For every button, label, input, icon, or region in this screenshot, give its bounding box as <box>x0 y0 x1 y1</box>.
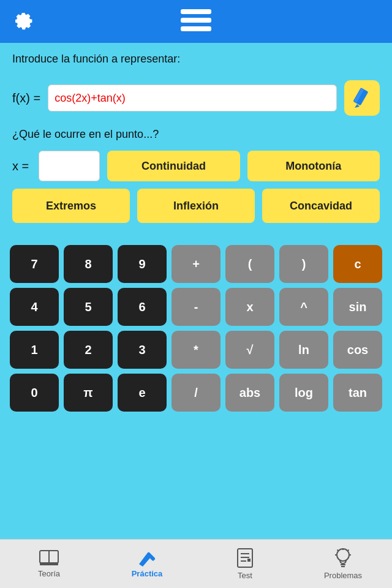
nav-item-teoria[interactable]: Teoría <box>0 549 98 578</box>
key-tan[interactable]: tan <box>333 374 382 412</box>
svg-rect-0 <box>181 9 211 14</box>
pencil-icon <box>351 87 373 109</box>
key-4[interactable]: 4 <box>10 288 59 326</box>
test-icon <box>236 548 254 568</box>
key-√[interactable]: √ <box>225 331 274 369</box>
svg-line-23 <box>348 550 349 551</box>
fx-label: f(x) = <box>12 91 40 105</box>
monotonia-button[interactable]: Monotonía <box>247 151 380 181</box>
key-6[interactable]: 6 <box>118 288 167 326</box>
book-stack-icon <box>178 6 214 37</box>
key-7[interactable]: 7 <box>10 245 59 283</box>
nav-label-test: Test <box>238 571 252 580</box>
bottom-nav: Teoría Práctica Test Problem <box>0 539 392 588</box>
practica-icon <box>137 549 157 567</box>
nav-label-teoria: Teoría <box>38 569 60 578</box>
extremos-button[interactable]: Extremos <box>12 189 130 223</box>
key-*[interactable]: * <box>172 331 221 369</box>
svg-line-22 <box>337 550 339 551</box>
pencil-button[interactable] <box>344 80 380 116</box>
nav-label-problemas: Problemas <box>324 571 362 580</box>
key-8[interactable]: 8 <box>64 245 113 283</box>
key-log[interactable]: log <box>279 374 328 412</box>
key-3[interactable]: 3 <box>118 331 167 369</box>
key-([interactable]: ( <box>225 245 274 283</box>
key-5[interactable]: 5 <box>64 288 113 326</box>
key-cos[interactable]: cos <box>333 331 382 369</box>
inflexion-button[interactable]: Inflexión <box>137 189 255 223</box>
bulb-icon <box>334 548 352 568</box>
key-0[interactable]: 0 <box>10 374 59 412</box>
settings-button[interactable] <box>12 10 34 34</box>
svg-point-16 <box>337 549 349 561</box>
x-input[interactable] <box>39 151 100 181</box>
key-2[interactable]: 2 <box>64 331 113 369</box>
key-+[interactable]: + <box>172 245 221 283</box>
concavidad-button[interactable]: Concavidad <box>262 189 380 223</box>
key-/[interactable]: / <box>172 374 221 412</box>
nav-label-practica: Práctica <box>132 569 163 578</box>
continuidad-button[interactable]: Continuidad <box>107 151 239 181</box>
x-label: x = <box>12 159 29 173</box>
key-)[interactable]: ) <box>279 245 328 283</box>
nav-item-problemas[interactable]: Problemas <box>294 548 392 580</box>
key--[interactable]: - <box>172 288 221 326</box>
key-c[interactable]: c <box>333 245 382 283</box>
nav-item-test[interactable]: Test <box>196 548 294 580</box>
key-1[interactable]: 1 <box>10 331 59 369</box>
key-x[interactable]: x <box>225 288 274 326</box>
keypad: 789+()c456-x^sin123*√lncos0πe/abslogtan <box>0 245 392 412</box>
function-input[interactable] <box>48 85 337 111</box>
key-sin[interactable]: sin <box>333 288 382 326</box>
key-e[interactable]: e <box>118 374 167 412</box>
key-9[interactable]: 9 <box>118 245 167 283</box>
key-ln[interactable]: ln <box>279 331 328 369</box>
svg-rect-1 <box>181 18 211 23</box>
svg-rect-15 <box>247 559 251 562</box>
key-abs[interactable]: abs <box>225 374 274 412</box>
gear-icon <box>12 10 34 32</box>
key-^[interactable]: ^ <box>279 288 328 326</box>
question-text: ¿Qué le ocurre en el punto...? <box>12 128 380 141</box>
book-icon <box>39 549 59 567</box>
header <box>0 0 392 43</box>
svg-rect-2 <box>181 26 211 31</box>
svg-marker-4 <box>355 104 360 108</box>
key-π[interactable]: π <box>64 374 113 412</box>
instruction-text: Introduce la función a representar: <box>12 53 380 66</box>
nav-item-practica[interactable]: Práctica <box>98 549 196 578</box>
svg-rect-8 <box>40 563 58 565</box>
